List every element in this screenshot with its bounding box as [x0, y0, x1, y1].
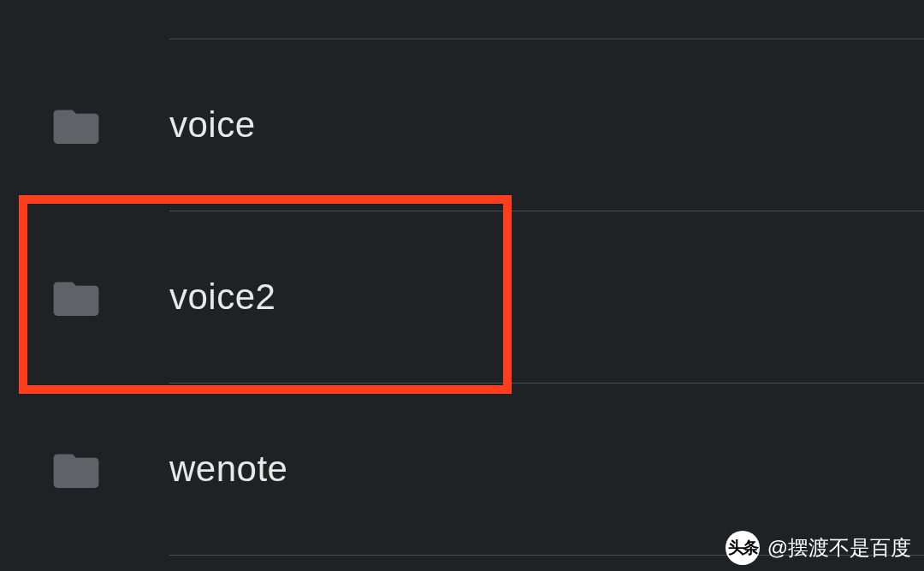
toutiao-logo-icon: 头条: [726, 531, 760, 565]
folder-list: voice voice2 wenote 头条 @摆渡不是百度: [0, 0, 924, 571]
watermark-label: @摆渡不是百度: [767, 534, 911, 562]
folder-item-label: wenote: [169, 449, 287, 490]
folder-item-voice2[interactable]: voice2: [0, 211, 924, 383]
folder-icon: [53, 278, 99, 316]
folder-item-wenote[interactable]: wenote: [0, 383, 924, 555]
folder-icon: [53, 106, 99, 144]
watermark: 头条 @摆渡不是百度: [726, 531, 911, 565]
folder-item-voice[interactable]: voice: [0, 39, 924, 211]
folder-item-label: voice: [169, 104, 256, 146]
logo-text: 头条: [728, 537, 757, 559]
folder-icon: [53, 450, 99, 488]
folder-item-label: voice2: [169, 277, 275, 318]
